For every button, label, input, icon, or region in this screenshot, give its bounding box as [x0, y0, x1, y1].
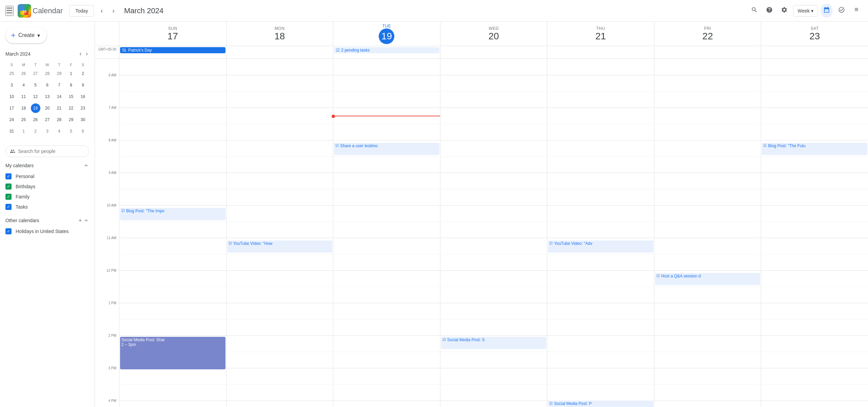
mini-cal-day[interactable]: 9 — [77, 80, 88, 91]
hour-line — [440, 75, 547, 75]
mini-cal-day[interactable]: 11 — [18, 91, 29, 102]
event-thu-social-media[interactable]: ☑ Social Media Post: P — [548, 401, 653, 407]
hour-line — [761, 401, 868, 401]
calendar-item-personal[interactable]: ✓ Personal — [3, 171, 92, 181]
half-line — [761, 254, 868, 254]
event-sun-blog-post[interactable]: ☑ Blog Post: "The Impo — [120, 208, 225, 220]
mini-cal-day[interactable]: 19 — [30, 103, 41, 114]
hour-line — [119, 238, 226, 238]
calendar-view-button[interactable] — [821, 4, 833, 18]
prev-button[interactable]: ‹ — [98, 5, 106, 16]
event-sat-blog-post[interactable]: ☑ Blog Post: "The Futu — [762, 143, 867, 155]
mini-cal-day[interactable]: 6 — [42, 80, 53, 91]
half-line — [119, 124, 226, 124]
my-calendars-header[interactable]: My calendars — [3, 160, 92, 171]
mini-cal-day[interactable]: 16 — [77, 91, 88, 102]
event-tue-testimony[interactable]: ☑ Share a user testimo — [334, 143, 439, 155]
event-mon-youtube[interactable]: ☑ YouTube Video: "How — [227, 240, 333, 253]
mini-cal-day[interactable]: 24 — [6, 114, 17, 125]
mini-cal-day[interactable]: 20 — [42, 103, 53, 114]
half-line — [547, 319, 654, 319]
time-label-7am: 7 AM — [108, 106, 119, 110]
mini-next-button[interactable]: › — [84, 49, 89, 59]
mini-cal-day[interactable]: 2 — [30, 126, 41, 137]
mini-cal-day[interactable]: 30 — [77, 114, 88, 125]
hour-line — [761, 173, 868, 173]
tasks-button[interactable] — [835, 4, 848, 18]
my-calendars-section: My calendars ✓ Personal ✓ Birthdays ✓ Fa… — [0, 160, 95, 212]
mini-cal-day[interactable]: 15 — [65, 91, 77, 102]
mini-cal-day[interactable]: 1 — [18, 126, 29, 137]
mini-cal-day[interactable]: 23 — [77, 103, 88, 114]
half-line — [761, 91, 868, 92]
settings-button[interactable] — [778, 4, 790, 18]
mini-cal-day[interactable]: 5 — [65, 126, 77, 137]
mini-cal-day[interactable]: 28 — [42, 68, 53, 79]
apps-button[interactable] — [850, 4, 863, 18]
mini-cal-day[interactable]: 3 — [42, 126, 53, 137]
mini-cal-day[interactable]: 5 — [30, 80, 41, 91]
calendar-item-family[interactable]: ✓ Family — [3, 192, 92, 202]
mini-cal-day[interactable]: 25 — [6, 68, 17, 79]
other-calendars-header[interactable]: Other calendars + — [3, 215, 92, 226]
mini-cal-day[interactable]: 29 — [54, 68, 65, 79]
mini-cal-day[interactable]: 4 — [54, 126, 65, 137]
day-header-tue[interactable]: TUE 19 — [333, 22, 440, 46]
mini-cal-day[interactable]: 18 — [18, 103, 29, 114]
mini-cal-day[interactable]: 2 — [77, 68, 88, 79]
day-header-t2: T — [54, 62, 65, 67]
next-button[interactable]: › — [110, 5, 117, 16]
mini-cal-day[interactable]: 26 — [30, 114, 41, 125]
mini-cal-day[interactable]: 14 — [54, 91, 65, 102]
day-header-sun[interactable]: SUN 17 — [119, 22, 226, 46]
calendar-item-birthdays[interactable]: ✓ Birthdays — [3, 181, 92, 192]
mini-cal-day[interactable]: 29 — [65, 114, 77, 125]
half-line — [440, 254, 547, 254]
mini-cal-day[interactable]: 27 — [30, 68, 41, 79]
hour-line — [333, 368, 440, 368]
event-thu-youtube[interactable]: ☑ YouTube Video: "Adv — [548, 240, 653, 253]
view-selector[interactable]: Week ▾ — [793, 5, 818, 17]
hour-line — [654, 140, 761, 140]
mini-cal-day[interactable]: 6 — [77, 126, 88, 137]
today-button[interactable]: Today — [70, 5, 94, 17]
mini-cal-day[interactable]: 27 — [42, 114, 53, 125]
day-header-fri[interactable]: FRI 22 — [654, 22, 762, 46]
add-other-calendar-button[interactable]: + — [79, 217, 82, 224]
mini-cal-day[interactable]: 28 — [54, 114, 65, 125]
day-header-thu[interactable]: THU 21 — [547, 22, 654, 46]
grid-scroll[interactable]: 6 AM 7 AM 8 AM 9 AM 10 AM 11 AM 12 PM 1 … — [95, 59, 868, 407]
mini-cal-day[interactable]: 7 — [54, 80, 65, 91]
allday-task-pending[interactable]: ☑ 2 pending tasks — [334, 47, 439, 53]
mini-cal-day[interactable]: 25 — [18, 114, 29, 125]
calendar-item-tasks[interactable]: ✓ Tasks — [3, 202, 92, 212]
mini-cal-day[interactable]: 17 — [6, 103, 17, 114]
mini-cal-day[interactable]: 26 — [18, 68, 29, 79]
create-button[interactable]: + Create ▾ — [5, 27, 47, 43]
mini-cal-day[interactable]: 8 — [65, 80, 77, 91]
mini-cal-day[interactable]: 10 — [6, 91, 17, 102]
day-header-sat[interactable]: SAT 23 — [761, 22, 868, 46]
day-header-mon[interactable]: MON 18 — [226, 22, 334, 46]
mini-cal-day[interactable]: 3 — [6, 80, 17, 91]
calendar-checkbox-personal: ✓ — [5, 173, 12, 179]
mini-cal-day[interactable]: 4 — [18, 80, 29, 91]
help-button[interactable] — [763, 4, 775, 18]
mini-cal-day[interactable]: 22 — [65, 103, 77, 114]
event-sun-social-media[interactable]: Social Media Post: Shar 2 – 3pm — [120, 337, 225, 369]
mini-cal-day[interactable]: 13 — [42, 91, 53, 102]
allday-event-stpat[interactable]: St. Patrick's Day — [120, 47, 225, 53]
calendar-item-holidays[interactable]: ✓ Holidays in United States — [3, 226, 92, 236]
search-button[interactable] — [748, 4, 761, 18]
event-fri-qa[interactable]: ☑ Host a Q&A session d — [655, 273, 761, 285]
mini-prev-button[interactable]: ‹ — [78, 49, 83, 59]
day-num-sat: 23 — [809, 31, 820, 42]
day-header-wed[interactable]: WED 20 — [440, 22, 548, 46]
mini-cal-day[interactable]: 31 — [6, 126, 17, 137]
event-wed-social-media[interactable]: ☑ Social Media Post: S — [441, 337, 547, 349]
mini-cal-day[interactable]: 1 — [65, 68, 77, 79]
mini-cal-day[interactable]: 12 — [30, 91, 41, 102]
menu-button[interactable]: ☰ — [5, 6, 14, 16]
mini-cal-day[interactable]: 21 — [54, 103, 65, 114]
search-people[interactable]: Search for people — [5, 146, 89, 157]
